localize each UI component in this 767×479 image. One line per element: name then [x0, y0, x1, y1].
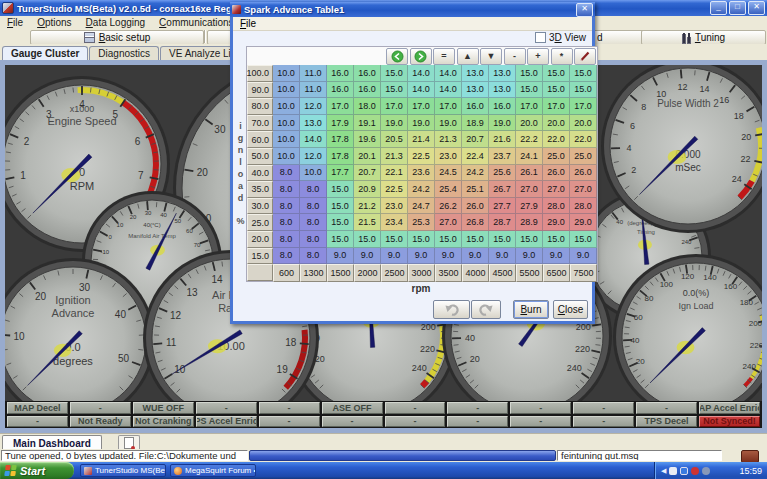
- table-cell-r6-c5[interactable]: 23.6: [408, 165, 435, 182]
- table-cell-r5-c10[interactable]: 25.0: [543, 148, 570, 165]
- alert-icon[interactable]: [691, 467, 699, 475]
- table-cell-r8-c11[interactable]: 28.0: [570, 198, 597, 215]
- table-cell-r9-c4[interactable]: 23.4: [381, 214, 408, 231]
- table-cell-r6-c1[interactable]: 10.0: [300, 165, 327, 182]
- table-cell-r9-c1[interactable]: 8.0: [300, 214, 327, 231]
- table-cell-r8-c3[interactable]: 21.2: [354, 198, 381, 215]
- minus-button[interactable]: -: [504, 48, 526, 65]
- table-cell-r9-c7[interactable]: 26.8: [462, 214, 489, 231]
- pencil-button[interactable]: [574, 48, 596, 65]
- table-cell-r4-c9[interactable]: 22.2: [516, 131, 543, 148]
- table-cell-r7-c2[interactable]: 15.0: [327, 181, 354, 198]
- table-cell-r11-c6[interactable]: 9.0: [435, 248, 462, 265]
- hide-icons-chevron-icon[interactable]: ◀: [661, 467, 666, 475]
- table-cell-r4-c10[interactable]: 22.0: [543, 131, 570, 148]
- table-cell-r9-c5[interactable]: 25.3: [408, 214, 435, 231]
- table-cell-r2-c3[interactable]: 18.0: [354, 98, 381, 115]
- table-cell-r7-c11[interactable]: 27.0: [570, 181, 597, 198]
- dialog-close-button[interactable]: ✕: [576, 3, 593, 17]
- table-cell-r4-c0[interactable]: 10.0: [273, 131, 300, 148]
- table-cell-r10-c3[interactable]: 15.0: [354, 231, 381, 248]
- table-cell-r0-c2[interactable]: 16.0: [327, 65, 354, 82]
- menu-options[interactable]: Options: [30, 17, 78, 28]
- table-cell-r6-c8[interactable]: 25.6: [489, 165, 516, 182]
- dialog-menu-file[interactable]: File: [233, 18, 263, 29]
- table-cell-r4-c8[interactable]: 21.6: [489, 131, 516, 148]
- table-cell-r1-c1[interactable]: 11.0: [300, 82, 327, 99]
- table-cell-r11-c11[interactable]: 9.0: [570, 248, 597, 265]
- table-cell-r4-c4[interactable]: 20.5: [381, 131, 408, 148]
- table-cell-r1-c4[interactable]: 15.0: [381, 82, 408, 99]
- table-cell-r8-c1[interactable]: 8.0: [300, 198, 327, 215]
- table-cell-r9-c3[interactable]: 21.5: [354, 214, 381, 231]
- table-cell-r5-c4[interactable]: 21.3: [381, 148, 408, 165]
- table-cell-r9-c0[interactable]: 8.0: [273, 214, 300, 231]
- taskbar-task-tunerstudio[interactable]: TunerStudio MS(Beta...: [80, 464, 166, 477]
- tab-diagnostics[interactable]: Diagnostics: [89, 46, 159, 60]
- table-cell-r3-c5[interactable]: 19.0: [408, 115, 435, 132]
- table-cell-r4-c2[interactable]: 17.8: [327, 131, 354, 148]
- table-cell-r9-c8[interactable]: 28.7: [489, 214, 516, 231]
- display-icon[interactable]: [680, 467, 688, 475]
- table-cell-r9-c2[interactable]: 15.0: [327, 214, 354, 231]
- table-cell-r6-c0[interactable]: 8.0: [273, 165, 300, 182]
- table-cell-r4-c3[interactable]: 19.6: [354, 131, 381, 148]
- table-cell-r6-c9[interactable]: 26.1: [516, 165, 543, 182]
- table-cell-r9-c9[interactable]: 28.9: [516, 214, 543, 231]
- table-cell-r3-c0[interactable]: 10.0: [273, 115, 300, 132]
- table-cell-r11-c4[interactable]: 9.0: [381, 248, 408, 265]
- plus-button[interactable]: +: [527, 48, 549, 65]
- table-cell-r2-c1[interactable]: 12.0: [300, 98, 327, 115]
- table-cell-r11-c0[interactable]: 8.0: [273, 248, 300, 265]
- multiply-button[interactable]: *: [551, 48, 573, 65]
- table-cell-r2-c7[interactable]: 16.0: [462, 98, 489, 115]
- table-cell-r11-c3[interactable]: 9.0: [354, 248, 381, 265]
- table-cell-r2-c8[interactable]: 16.0: [489, 98, 516, 115]
- table-cell-r7-c6[interactable]: 25.4: [435, 181, 462, 198]
- table-cell-r5-c2[interactable]: 17.8: [327, 148, 354, 165]
- redo-button[interactable]: [471, 300, 501, 319]
- table-cell-r1-c9[interactable]: 15.0: [516, 82, 543, 99]
- table-cell-r5-c7[interactable]: 22.4: [462, 148, 489, 165]
- table-cell-r11-c1[interactable]: 8.0: [300, 248, 327, 265]
- table-cell-r10-c11[interactable]: 15.0: [570, 231, 597, 248]
- table-cell-r6-c2[interactable]: 17.7: [327, 165, 354, 182]
- undo-circle-button[interactable]: [386, 48, 408, 65]
- table-cell-r5-c6[interactable]: 23.0: [435, 148, 462, 165]
- table-cell-r2-c5[interactable]: 17.0: [408, 98, 435, 115]
- table-cell-r5-c9[interactable]: 24.1: [516, 148, 543, 165]
- table-cell-r0-c1[interactable]: 11.0: [300, 65, 327, 82]
- burn-button[interactable]: Burn: [513, 300, 549, 319]
- table-cell-r1-c3[interactable]: 16.0: [354, 82, 381, 99]
- table-cell-r10-c8[interactable]: 15.0: [489, 231, 516, 248]
- table-cell-r4-c5[interactable]: 21.4: [408, 131, 435, 148]
- table-cell-r8-c2[interactable]: 15.0: [327, 198, 354, 215]
- table-cell-r1-c11[interactable]: 15.0: [570, 82, 597, 99]
- table-cell-r0-c3[interactable]: 16.0: [354, 65, 381, 82]
- volume-icon[interactable]: [669, 467, 677, 475]
- table-cell-r7-c0[interactable]: 8.0: [273, 181, 300, 198]
- menu-file[interactable]: File: [0, 17, 30, 28]
- table-cell-r1-c2[interactable]: 16.0: [327, 82, 354, 99]
- table-cell-r8-c9[interactable]: 27.9: [516, 198, 543, 215]
- table-cell-r4-c11[interactable]: 22.0: [570, 131, 597, 148]
- table-cell-r2-c4[interactable]: 17.0: [381, 98, 408, 115]
- table-cell-r1-c0[interactable]: 10.0: [273, 82, 300, 99]
- clock-icon[interactable]: [702, 467, 710, 475]
- table-cell-r5-c0[interactable]: 10.0: [273, 148, 300, 165]
- table-cell-r4-c7[interactable]: 20.7: [462, 131, 489, 148]
- minimize-button[interactable]: _: [710, 1, 727, 15]
- table-cell-r3-c3[interactable]: 19.1: [354, 115, 381, 132]
- table-cell-r8-c5[interactable]: 24.7: [408, 198, 435, 215]
- table-cell-r11-c9[interactable]: 9.0: [516, 248, 543, 265]
- table-cell-r0-c7[interactable]: 13.0: [462, 65, 489, 82]
- table-cell-r0-c8[interactable]: 13.0: [489, 65, 516, 82]
- table-cell-r1-c5[interactable]: 14.0: [408, 82, 435, 99]
- table-cell-r7-c8[interactable]: 26.7: [489, 181, 516, 198]
- table-cell-r8-c4[interactable]: 23.0: [381, 198, 408, 215]
- table-cell-r7-c5[interactable]: 24.2: [408, 181, 435, 198]
- table-cell-r6-c7[interactable]: 24.2: [462, 165, 489, 182]
- table-cell-r9-c10[interactable]: 29.0: [543, 214, 570, 231]
- table-cell-r0-c9[interactable]: 15.0: [516, 65, 543, 82]
- table-cell-r0-c10[interactable]: 15.0: [543, 65, 570, 82]
